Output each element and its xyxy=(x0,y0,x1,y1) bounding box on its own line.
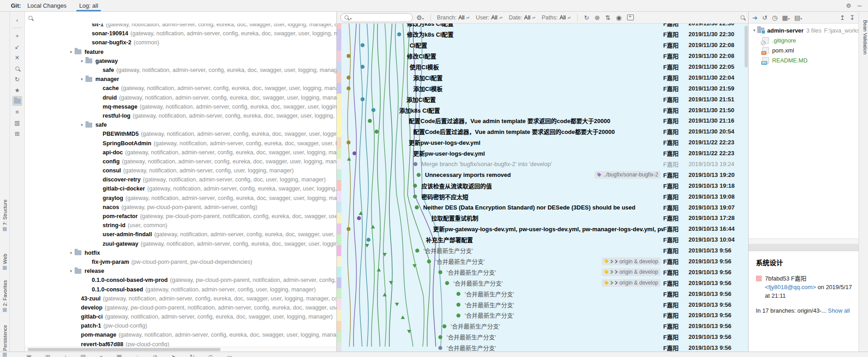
branch-row[interactable]: zuul-gateway(gateway, notification, admi… xyxy=(25,239,336,248)
commit-row[interactable]: '合并最新生产分支'F嘉阳2019/10/13 9:56 xyxy=(337,332,748,343)
filter-branch[interactable]: Branch:All▴▾ xyxy=(437,14,470,21)
delete-icon[interactable]: ✕ xyxy=(12,52,22,62)
status-bar-icon[interactable]: ⊘ xyxy=(153,353,158,357)
refresh-icon[interactable]: ↻ xyxy=(12,74,22,84)
commit-row[interactable]: 配置Code后置过滤器，Vue admin template 要求返回的code… xyxy=(337,115,748,126)
rollback-icon[interactable]: ↙ xyxy=(12,42,22,52)
stripe-tab-persistence[interactable]: Persistence xyxy=(0,325,10,357)
add-icon[interactable]: + xyxy=(12,31,22,41)
branch-row[interactable]: restful-log(gateway, notification, admin… xyxy=(25,111,336,120)
tab-local-changes[interactable]: Local Changes xyxy=(21,0,73,11)
branch-group-row[interactable]: ▾safe xyxy=(25,120,336,129)
changed-file-row[interactable]: .gitignore xyxy=(749,35,859,45)
expand-all-icon[interactable]: ↥ xyxy=(840,14,845,21)
branch-row[interactable]: string-id(user, common) xyxy=(25,221,336,230)
status-bar-icon[interactable]: + xyxy=(99,353,103,357)
commit-row[interactable]: '合并最新生产分支'F嘉阳2019/10/13 9:56 xyxy=(337,299,748,310)
details-splitter[interactable] xyxy=(749,238,859,244)
status-bar-icon[interactable]: ◷ xyxy=(208,353,213,357)
collapse-arrow-icon[interactable]: ▾ xyxy=(67,251,75,255)
collapse-all-icon[interactable]: ↧ xyxy=(849,14,855,21)
stripe-tab-7-structure[interactable]: 7: Structure xyxy=(0,200,10,231)
pin-icon[interactable]: ⊞ xyxy=(12,129,22,138)
commit-row[interactable]: 更新pw-gateway-logs-dev.yml, pw-user-logs-… xyxy=(337,224,748,234)
checkout-icon[interactable]: ➜ xyxy=(752,14,758,21)
branch-group-row[interactable]: ▾feature xyxy=(25,48,336,57)
branch-row[interactable]: sit-1(gateway, notification, admin-serve… xyxy=(25,24,336,29)
commit-row[interactable]: Merge branch 'bugfix/sonar-bugfix-2' int… xyxy=(337,159,748,170)
commit-row[interactable]: 更新pw-user-logs-dev.ymlF嘉阳2019/11/22 22:2… xyxy=(337,137,748,148)
show-all-link[interactable]: Show all xyxy=(828,307,849,314)
commit-row[interactable]: 添加CI配置F嘉阳2019/11/30 22:04 xyxy=(337,72,748,83)
branch-row[interactable]: safe(gateway, notification, admin-server… xyxy=(25,66,336,75)
commit-row[interactable]: '合并最新生产分支'origin & developF嘉阳2019/10/13 … xyxy=(337,277,748,288)
minimize-icon[interactable]: ─ xyxy=(858,2,862,9)
scrollbar-thumb[interactable] xyxy=(28,348,221,351)
branch-row[interactable]: gitlab-ci(gateway, notification, admin-s… xyxy=(25,312,336,321)
collapse-arrow-icon[interactable]: ▾ xyxy=(67,269,75,273)
branch-row[interactable]: patch-1(pw-cloud-config) xyxy=(25,321,336,330)
collapse-arrow-icon[interactable]: ▾ xyxy=(751,28,757,33)
commit-row[interactable]: 应该检查从流读取返回的值F嘉阳2019/10/13 19:18 xyxy=(337,180,748,191)
filter-date[interactable]: Date:All▴▾ xyxy=(509,14,535,21)
status-bar-icon[interactable]: ▤ xyxy=(80,353,86,357)
tab-log-all[interactable]: Log: all xyxy=(73,0,104,11)
branch-row[interactable]: 0.1.0-consol-based-vm-prod(gateway, pw-c… xyxy=(25,276,336,285)
filter-paths[interactable]: Paths:All▴▾ xyxy=(542,14,571,21)
commit-row[interactable]: 配置Code后置过滤器，Vue admin template 要求返回的code… xyxy=(337,126,748,137)
commit-row[interactable]: 修改CI配置F嘉阳2019/11/30 22:08 xyxy=(337,51,748,62)
commit-row[interactable]: 拉取配置重试机制F嘉阳2019/10/13 17:28 xyxy=(337,213,748,224)
collapse-arrow-icon[interactable]: ▾ xyxy=(78,123,85,127)
branches-search-input[interactable] xyxy=(36,14,333,21)
branch-row[interactable]: discover-retry(gateway, notification, ad… xyxy=(25,175,336,184)
commit-row[interactable]: '合并最新生产分支'F嘉阳2019/10/13 9:56 xyxy=(337,288,748,299)
commit-row[interactable]: 修改为k8s CI配置F嘉阳2019/11/30 22:30 xyxy=(337,29,748,40)
presentation-settings-eye-icon[interactable]: ◉ xyxy=(616,14,622,21)
group-by-folder-icon[interactable] xyxy=(12,96,22,106)
branch-row[interactable]: api-doc(gateway, notification, admin-ser… xyxy=(25,148,336,157)
details-icon[interactable]: ≡ xyxy=(12,107,22,117)
branch-row[interactable]: nacos(gateway, pw-cloud-pom-parent, admi… xyxy=(25,203,336,212)
commit-row[interactable]: CI配置F嘉阳2019/11/30 22:08 xyxy=(337,40,748,51)
branch-group-row[interactable]: ▾release xyxy=(25,267,336,276)
commit-row[interactable]: '合并最新生产分支'F嘉阳2019/10/13 9:56 xyxy=(337,245,748,256)
branch-row[interactable]: cache(gateway, notification, admin-serve… xyxy=(25,84,336,93)
changed-file-row[interactable]: MDREADME.MD xyxy=(749,55,859,65)
sort-icon[interactable]: ⇅ xyxy=(605,14,611,21)
branch-row[interactable]: graylog(gateway, notification, admin-ser… xyxy=(25,194,336,203)
open-new-tab-icon[interactable] xyxy=(627,14,634,20)
branch-group-row[interactable]: ▾hotfix xyxy=(25,248,336,257)
branch-row[interactable]: fix-jvm-param(pw-cloud-pom-parent, pw-cl… xyxy=(25,257,336,267)
branch-row[interactable]: pom-refactor(gateway, pw-cloud-pom-paren… xyxy=(25,212,336,221)
commit-row[interactable]: '合并最新生产分支'origin & developF嘉阳2019/10/13 … xyxy=(337,256,748,267)
star-icon[interactable]: ★ xyxy=(12,85,22,95)
filter-user[interactable]: User:All▴▾ xyxy=(476,14,503,21)
branches-horizontal-scrollbar[interactable] xyxy=(25,347,336,352)
branch-row[interactable]: revert-baf67d88(pw-cloud-config) xyxy=(25,340,336,347)
branch-row[interactable]: SpringBootAdmin(gateway, notification, a… xyxy=(25,138,336,148)
status-bar-icon[interactable]: ⊞ xyxy=(45,353,50,357)
back-icon[interactable]: ‹ xyxy=(12,15,22,25)
commit-row[interactable]: '合并最新生产分支'F嘉阳2019/10/13 9:56 xyxy=(337,343,748,352)
branch-row[interactable]: develop(gateway, pw-cloud-pom-parent, no… xyxy=(25,303,336,312)
log-vertical-scrollbar[interactable] xyxy=(745,26,748,67)
status-bar-icon[interactable]: ▭ xyxy=(227,353,232,357)
commit-row[interactable]: Neither DES (Data Encryption Standard) n… xyxy=(337,202,748,213)
commit-row[interactable]: 更新pw-user-logs-dev.ymlF嘉阳2019/11/22 22:2… xyxy=(337,148,748,159)
collapse-arrow-icon[interactable]: ▾ xyxy=(78,77,85,81)
status-bar-icon[interactable]: ◌ xyxy=(136,353,139,357)
ref-label[interactable]: origin & develop xyxy=(602,268,660,276)
branch-group-row[interactable]: ▾manager xyxy=(25,75,336,84)
branch-row[interactable]: druid(gateway, notification, admin-serve… xyxy=(25,93,336,102)
commit-row[interactable]: '合并最新生产分支'F嘉阳2019/10/13 9:56 xyxy=(337,310,748,321)
commit-row[interactable]: '合并最新生产分支'F嘉阳2019/10/13 9:56 xyxy=(337,321,748,332)
status-bar-icon[interactable]: ➤ xyxy=(171,353,176,357)
branch-row[interactable]: user-admin-findall(gateway, notification… xyxy=(25,230,336,239)
commit-row[interactable]: 使用CI模板F嘉阳2019/11/30 22:05 xyxy=(337,62,748,72)
branch-row[interactable]: pom-manage(gateway, notification, admin-… xyxy=(25,330,336,339)
search-commits-icon[interactable] xyxy=(741,15,745,19)
commit-row[interactable]: 添加k8s CI配置F嘉阳2019/11/30 21:50 xyxy=(337,105,748,115)
ref-label[interactable]: ../bugfix/sonar-bugfix-2 xyxy=(594,171,660,179)
commit-row[interactable]: 补充生产部署配置F嘉阳2019/10/13 10:04 xyxy=(337,234,748,245)
log-settings-gear-icon[interactable]: ⚙ xyxy=(416,14,424,21)
